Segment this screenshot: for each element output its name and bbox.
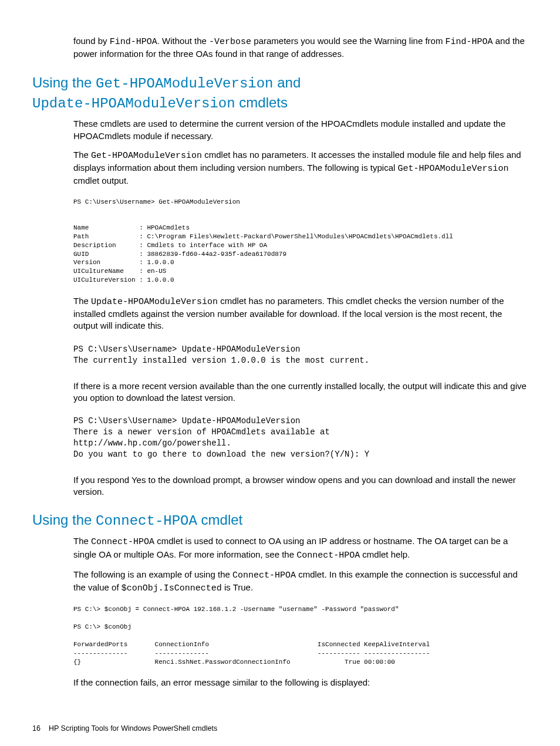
heading-text: cmdlet [197, 512, 242, 528]
inline-code: -Verbose [209, 37, 251, 47]
text: cmdlet output. [73, 175, 129, 185]
paragraph: If there is a more recent version availa… [73, 380, 528, 404]
section-body: The Connect-HPOA cmdlet is used to conne… [73, 535, 528, 595]
paragraph: If the connection fails, an error messag… [73, 677, 528, 688]
heading-text: and [274, 75, 301, 90]
text: The [73, 150, 91, 160]
text: The [73, 296, 91, 306]
heading-text: cmdlets [235, 94, 288, 110]
code-block-get-moduleversion: PS C:\Users\Username> Get-HPOAModuleVers… [73, 198, 528, 285]
heading-text: Using the [32, 512, 96, 528]
section-heading-moduleversion: Using the Get-HPOAModuleVersion and Upda… [32, 73, 528, 114]
section-body: If you respond Yes to the download promp… [73, 474, 528, 498]
heading-code: Update-HPOAModuleVersion [32, 96, 235, 112]
code-block-update-newer: PS C:\Users\Username> Update-HPOAModuleV… [73, 416, 528, 460]
heading-text: Using the [32, 75, 96, 90]
inline-code: Connect-HPOA [296, 551, 360, 561]
section-body: The Update-HPOAModuleVersion cmdlet has … [73, 295, 528, 332]
page-number: 16 [32, 724, 49, 733]
text: The following is an example of using the [73, 569, 232, 579]
code-block-connect: PS C:\> $conObj = Connect-HPOA 192.168.1… [73, 605, 528, 666]
intro-paragraph: found by Find-HPOA. Without the -Verbose… [73, 35, 528, 60]
code-block-update-current: PS C:\Users\Username> Update-HPOAModuleV… [73, 344, 528, 366]
text: parameters you would see the Warning lin… [251, 36, 445, 46]
inline-code: Connect-HPOA [232, 571, 296, 580]
section-body: These cmdlets are used to determine the … [73, 118, 528, 187]
paragraph: If you respond Yes to the download promp… [73, 474, 528, 498]
inline-code: Find-HPOA [110, 37, 157, 47]
heading-code: Connect-HPOA [96, 513, 197, 529]
paragraph: These cmdlets are used to determine the … [73, 118, 528, 142]
inline-code: Get-HPOAModuleVersion [91, 151, 202, 161]
text: The [73, 536, 91, 546]
section-body: If there is a more recent version availa… [73, 380, 528, 404]
heading-code: Get-HPOAModuleVersion [96, 76, 273, 92]
page-footer: 16HP Scripting Tools for Windows PowerSh… [32, 724, 528, 733]
inline-code: Connect-HPOA [91, 537, 154, 547]
inline-code: $conObj.IsConnected [122, 583, 222, 593]
text: is True. [222, 582, 253, 592]
section-heading-connect: Using the Connect-HPOA cmdlet [32, 511, 528, 531]
inline-code: Find-HPOA [446, 37, 493, 47]
text: cmdlet help. [360, 549, 410, 559]
inline-code: Get-HPOAModuleVersion [398, 164, 509, 174]
footer-title: HP Scripting Tools for Windows PowerShel… [49, 724, 217, 733]
inline-code: Update-HPOAModuleVersion [91, 297, 218, 307]
text: found by [73, 36, 110, 46]
section-body: If the connection fails, an error messag… [73, 677, 528, 688]
text: . Without the [157, 36, 209, 46]
